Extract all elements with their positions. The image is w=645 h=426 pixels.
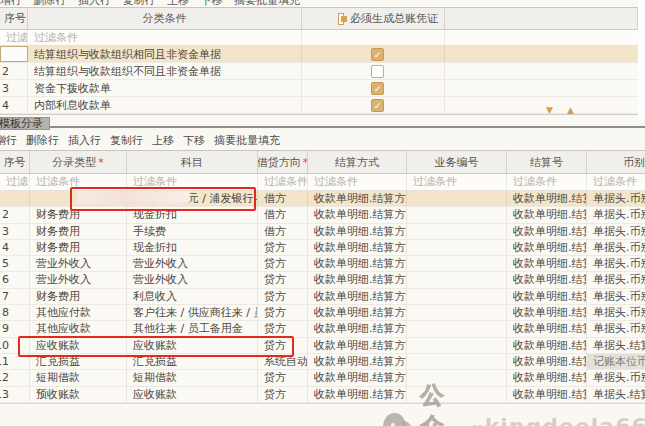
entry-cell-settle_no[interactable]: 收款单明细.结算号 (507, 272, 587, 287)
filter-must-generate[interactable] (302, 30, 445, 46)
entry-cell-biz_no[interactable] (407, 207, 507, 222)
entry-cell-currency[interactable]: 单据头.结算币别 (587, 338, 645, 353)
entry-cell-biz_no[interactable] (407, 354, 507, 369)
entry-cell-currency[interactable]: 单据头.币别 (587, 272, 645, 287)
classification-condition[interactable]: 结算组织与收款组织相同且非资金单据 (28, 46, 302, 62)
filter-settle_no[interactable]: 过滤条件 (507, 174, 587, 191)
toolbar-button-3[interactable]: 复制行 (110, 131, 143, 150)
classification-row[interactable]: 3资金下拨收款单✓ (0, 80, 638, 97)
entry-cell-type[interactable]: 其他应收款 (30, 321, 127, 336)
filter-direction[interactable]: 过滤条件 (258, 174, 308, 191)
entry-row[interactable]: 4财务费用现金折扣贷方收款单明细.结算方式收款单明细.结算号单据头.币别 (0, 240, 645, 256)
classification-row[interactable]: 4内部利息收款单✓ (0, 97, 638, 114)
entry-cell-settle_method[interactable]: 收款单明细.结算方式 (308, 256, 407, 271)
entry-cell-direction[interactable]: 贷方 (258, 240, 308, 255)
entry-cell-subject[interactable]: 营业外收入 (127, 256, 258, 271)
toolbar-button-6[interactable]: 摘要批量填充 (214, 131, 280, 150)
move-up-icon[interactable]: ▲ (567, 105, 588, 115)
entry-cell-settle_method[interactable]: 收款单明细.结算方式 (308, 272, 407, 287)
entry-cell-direction[interactable]: 贷方 (258, 256, 308, 271)
classification-condition[interactable]: 资金下拨收款单 (28, 80, 302, 96)
checkbox-icon[interactable]: ✓ (371, 99, 384, 112)
entry-cell-currency[interactable]: 记账本位币 (587, 354, 645, 369)
col-header-biz_no[interactable]: 业务编号 (407, 151, 507, 173)
toolbar-button-1[interactable]: 删除行 (26, 131, 59, 150)
entry-cell-type[interactable]: 其他应付款 (30, 305, 127, 320)
move-down-icon[interactable]: ▼ (546, 105, 567, 115)
entry-cell-subject[interactable]: 利息收入 (127, 289, 258, 304)
entry-cell-settle_no[interactable]: 收款单明细.结算号 (507, 305, 587, 320)
entry-cell-settle_method[interactable]: 收款单明细.结算方式 (308, 289, 407, 304)
col-header-direction[interactable]: 借贷方向 * (258, 151, 308, 173)
filter-currency[interactable]: 过滤条件 (587, 174, 645, 191)
entry-cell-settle_method[interactable]: 收款单明细.结算方式 (308, 240, 407, 255)
entry-cell-type[interactable]: 预收账款 (30, 387, 127, 402)
entry-cell-subject[interactable]: 客户往来 / 供应商往来 / 员工... (127, 305, 258, 320)
entry-cell-direction[interactable]: 借方 (258, 191, 308, 206)
entry-cell-currency[interactable]: 单据头.币别 (587, 256, 645, 271)
filter-seq[interactable]: 过滤... (0, 174, 30, 191)
entry-cell-biz_no[interactable] (407, 272, 507, 287)
classification-row[interactable]: 2结算组织与收款组织不同且非资金单据 (0, 63, 638, 80)
col-header-currency[interactable]: 币别 (587, 151, 645, 173)
entry-cell-subject[interactable]: 手续费 (127, 224, 258, 239)
entry-row[interactable]: 8其他应付款客户往来 / 供应商往来 / 员工...贷方收款单明细.结算方式收款… (0, 305, 645, 321)
entry-cell-subject[interactable]: 应收账款 (127, 387, 258, 402)
col-header-condition[interactable]: 分类条件 (28, 8, 302, 29)
entry-cell-settle_no[interactable]: 收款单明细.结算号 (507, 321, 587, 336)
filter-biz_no[interactable]: 过滤条件 (407, 174, 507, 191)
checkbox-icon[interactable]: ✓ (371, 82, 384, 95)
entry-cell-biz_no[interactable] (407, 191, 507, 206)
entry-cell-direction[interactable]: 借方 (258, 207, 308, 222)
entry-cell-subject[interactable]: 现金折扣 (127, 240, 258, 255)
entry-cell-settle_method[interactable]: 收款单明细.结算方式 (308, 354, 407, 369)
filter-seq[interactable]: 过滤... (0, 30, 28, 46)
tri-state-checkbox-icon[interactable] (338, 13, 344, 25)
entry-cell-settle_no[interactable]: 收款单明细.结算号 (507, 289, 587, 304)
col-header-settle_method[interactable]: 结算方式 (308, 151, 407, 173)
entry-cell-direction[interactable]: 贷方 (258, 305, 308, 320)
entry-cell-direction[interactable]: 贷方 (258, 321, 308, 336)
col-header-settle_no[interactable]: 结算号 (507, 151, 587, 173)
col-header-subject[interactable]: 科目 (127, 151, 258, 173)
entry-cell-biz_no[interactable] (407, 256, 507, 271)
entry-cell-settle_method[interactable]: 收款单明细.结算方式 (308, 207, 407, 222)
checkbox-icon[interactable] (371, 65, 384, 78)
entry-cell-type[interactable]: 营业外收入 (30, 256, 127, 271)
filter-settle_method[interactable]: 过滤条件 (308, 174, 407, 191)
entry-cell-currency[interactable]: 单据头.币别 (587, 289, 645, 304)
entry-row[interactable]: 3财务费用手续费借方收款单明细.结算方式收款单明细.结算号单据头.币别 (0, 224, 645, 240)
entry-cell-currency[interactable]: 单据头.币别 (587, 224, 645, 239)
entry-cell-biz_no[interactable] (407, 338, 507, 353)
entry-cell-direction[interactable]: 贷方 (258, 370, 308, 385)
entry-row[interactable]: 5营业外收入营业外收入贷方收款单明细.结算方式收款单明细.结算号单据头.币别 (0, 256, 645, 272)
filter-condition[interactable]: 过滤条件 (28, 30, 302, 46)
entry-cell-currency[interactable]: 单据头.币别 (587, 321, 645, 336)
classification-condition[interactable]: 结算组织与收款组织不同且非资金单据 (28, 63, 302, 79)
checkbox-icon[interactable]: ✓ (371, 48, 384, 61)
toolbar-button-0[interactable]: 增行 (0, 131, 17, 150)
col-header-must-generate[interactable]: 必须生成总账凭证 (302, 8, 445, 29)
entry-cell-type[interactable]: 营业外收入 (30, 272, 127, 287)
entry-cell-biz_no[interactable] (407, 321, 507, 336)
toolbar-button-5[interactable]: 下移 (183, 131, 205, 150)
entry-cell-settle_no[interactable]: 收款单明细.结算号 (507, 256, 587, 271)
entry-cell-settle_no[interactable]: 收款单明细.结算号 (507, 191, 587, 206)
tab-template-entries[interactable]: 模板分录 (0, 117, 50, 130)
entry-cell-currency[interactable]: 单据头.币别 (587, 305, 645, 320)
entry-cell-type[interactable]: 财务费用 (30, 224, 127, 239)
classification-row[interactable]: 结算组织与收款组织相同且非资金单据✓ (0, 46, 638, 63)
entry-cell-biz_no[interactable] (407, 289, 507, 304)
entry-cell-currency[interactable]: 单据头.币别 (587, 191, 645, 206)
entry-cell-settle_method[interactable]: 收款单明细.结算方式 (308, 321, 407, 336)
entry-cell-direction[interactable]: 借方 (258, 224, 308, 239)
entry-cell-currency[interactable]: 单据头.币别 (587, 240, 645, 255)
entry-cell-biz_no[interactable] (407, 240, 507, 255)
entry-cell-biz_no[interactable] (407, 224, 507, 239)
entry-cell-subject[interactable]: 短期借款 (127, 370, 258, 385)
entry-cell-settle_method[interactable]: 收款单明细.结算方式 (308, 338, 407, 353)
entry-cell-currency[interactable]: 单据头.币别 (587, 207, 645, 222)
entry-cell-direction[interactable]: 贷方 (258, 387, 308, 402)
col-header-seq[interactable]: 序号 (0, 151, 30, 173)
entry-cell-settle_no[interactable]: 收款单明细.结算号 (507, 354, 587, 369)
